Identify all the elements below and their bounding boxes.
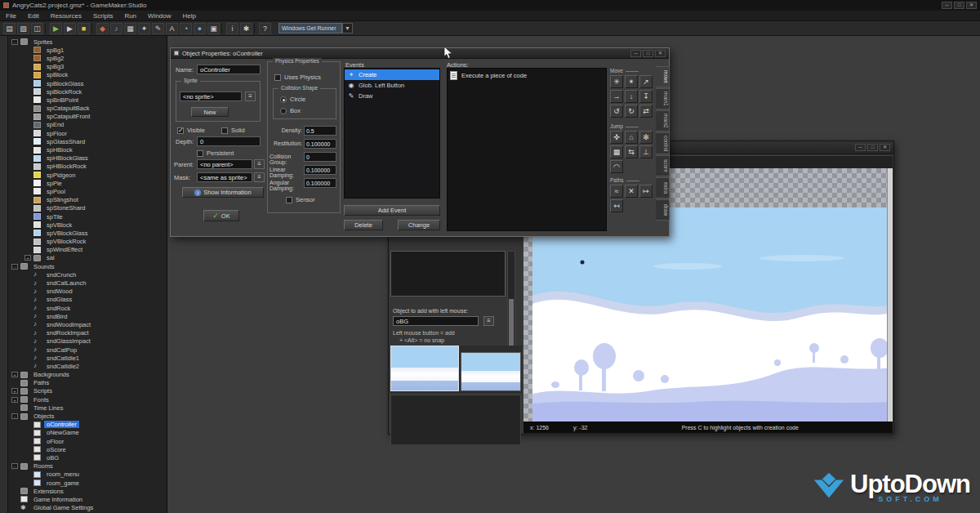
- tree-expander-icon[interactable]: [11, 488, 18, 494]
- tree-expander-icon[interactable]: [24, 214, 31, 220]
- tree-expander-icon[interactable]: [24, 422, 31, 427]
- tree-row[interactable]: sndWood: [8, 288, 167, 296]
- tree-row[interactable]: spHBlockGlass: [8, 154, 167, 163]
- tree-expander-icon[interactable]: [24, 347, 31, 353]
- maximize-icon[interactable]: □: [954, 2, 964, 9]
- tree-row[interactable]: spGlassShard: [8, 137, 167, 145]
- tree-row[interactable]: room_menu: [8, 471, 167, 479]
- sprite-field[interactable]: <no sprite>: [180, 91, 242, 101]
- tree-expander-icon[interactable]: [24, 105, 31, 111]
- circle-radio[interactable]: Circle: [280, 96, 305, 103]
- sensor-checkbox[interactable]: Sensor: [286, 196, 315, 203]
- tree-expander-icon[interactable]: -: [11, 264, 18, 270]
- action-tab[interactable]: move: [656, 66, 670, 87]
- tree-row[interactable]: Game Information: [8, 495, 167, 503]
- tree-expander-icon[interactable]: [24, 181, 31, 186]
- persistent-checkbox[interactable]: Persistent: [197, 149, 234, 157]
- tree-expander-icon[interactable]: [11, 405, 18, 411]
- room-scene[interactable]: [532, 207, 893, 423]
- tree-row[interactable]: Global Game Settings: [8, 504, 167, 512]
- palette-action-button[interactable]: ↗: [639, 75, 653, 88]
- tree-expander-icon[interactable]: [24, 139, 31, 145]
- visible-checkbox[interactable]: Visible: [177, 127, 205, 134]
- tree-row[interactable]: - Sprites: [8, 38, 167, 46]
- background-preview[interactable]: [461, 352, 521, 391]
- tree-row[interactable]: spCatapultBack: [8, 105, 167, 113]
- palette-action-button[interactable]: ⇆: [625, 145, 638, 158]
- tree-expander-icon[interactable]: [24, 131, 31, 136]
- tree-expander-icon[interactable]: [24, 338, 31, 344]
- tree-expander-icon[interactable]: [24, 163, 31, 169]
- event-list-item[interactable]: ◉ Glob. Left Button: [345, 80, 439, 91]
- toolbar-button[interactable]: ✎: [152, 23, 164, 34]
- tree-row[interactable]: + Fonts: [8, 395, 167, 404]
- action-list-item[interactable]: Execute a piece of code: [450, 71, 604, 80]
- tree-row[interactable]: spStoneShard: [8, 204, 167, 212]
- tree-expander-icon[interactable]: [24, 122, 31, 127]
- tree-row[interactable]: sndCatLaunch: [8, 279, 167, 287]
- tree-expander-icon[interactable]: [24, 97, 31, 103]
- tree-row[interactable]: spPidgeon: [8, 171, 167, 179]
- toolbar-button[interactable]: ▣: [207, 23, 220, 34]
- palette-action-button[interactable]: →: [610, 90, 623, 103]
- maximize-icon[interactable]: □: [643, 50, 653, 57]
- palette-action-button[interactable]: ≈: [610, 185, 623, 198]
- tree-row[interactable]: oFloor: [8, 437, 167, 445]
- tree-row[interactable]: - Objects: [8, 412, 167, 420]
- close-icon[interactable]: ✕: [966, 2, 977, 9]
- tree-expander-icon[interactable]: [24, 247, 31, 252]
- toolbar-button[interactable]: ▦: [124, 23, 136, 34]
- toolbar-button[interactable]: ♪: [110, 23, 122, 34]
- tree-row[interactable]: sndGlass: [8, 296, 167, 304]
- object-to-add-field[interactable]: oBG: [393, 316, 479, 326]
- toolbar-button[interactable]: ✱: [240, 23, 252, 34]
- tree-expander-icon[interactable]: [24, 81, 31, 87]
- tree-expander-icon[interactable]: [24, 56, 31, 61]
- tree-expander-icon[interactable]: [11, 505, 18, 511]
- physics-field-value[interactable]: 0.100000: [304, 165, 336, 175]
- tree-row[interactable]: oController: [8, 421, 167, 429]
- background-preview-selected[interactable]: [390, 346, 459, 391]
- tree-row[interactable]: spBlock: [8, 71, 167, 79]
- palette-action-button[interactable]: ✕: [625, 185, 638, 198]
- tree-expander-icon[interactable]: [24, 447, 31, 453]
- action-tab[interactable]: control: [656, 132, 670, 154]
- sprite-picker-menu-icon[interactable]: [245, 91, 256, 101]
- tree-row[interactable]: spBg2: [8, 54, 167, 62]
- tree-row[interactable]: + Scripts: [8, 387, 167, 395]
- physics-field-value[interactable]: 0.100000: [304, 139, 336, 149]
- ok-button[interactable]: ✓ OK: [203, 210, 239, 221]
- tree-expander-icon[interactable]: -: [11, 39, 18, 45]
- parent-field[interactable]: <no parent>: [197, 159, 252, 169]
- tree-row[interactable]: sndCrunch: [8, 270, 167, 279]
- tree-row[interactable]: sndCatPop: [8, 346, 167, 354]
- tree-row[interactable]: spTile: [8, 212, 167, 221]
- toolbar-button[interactable]: A: [166, 23, 178, 34]
- menu-item[interactable]: Edit: [22, 11, 45, 21]
- tree-row[interactable]: spHBlock: [8, 145, 167, 154]
- depth-field[interactable]: 0: [197, 136, 261, 146]
- close-icon[interactable]: ✕: [655, 50, 666, 57]
- toolbar-button[interactable]: i: [226, 23, 238, 34]
- toolbar-button[interactable]: ◫: [31, 23, 43, 34]
- tree-row[interactable]: spWindEffect: [8, 246, 167, 254]
- tree-expander-icon[interactable]: [24, 480, 31, 486]
- tree-expander-icon[interactable]: [24, 355, 31, 361]
- tree-expander-icon[interactable]: [24, 189, 31, 194]
- tree-expander-icon[interactable]: [24, 364, 31, 369]
- tree-expander-icon[interactable]: [24, 72, 31, 78]
- action-tab[interactable]: draw: [656, 199, 670, 221]
- tree-expander-icon[interactable]: [24, 239, 31, 244]
- minimize-icon[interactable]: ─: [942, 2, 952, 9]
- tree-row[interactable]: spBnBPoint: [8, 96, 167, 104]
- box-radio[interactable]: Box: [280, 107, 301, 114]
- change-event-button[interactable]: Change: [398, 220, 440, 230]
- new-sprite-button[interactable]: New: [191, 107, 229, 117]
- tree-row[interactable]: spVBlockRock: [8, 238, 167, 246]
- tree-row[interactable]: oNewGame: [8, 429, 167, 437]
- tree-row[interactable]: spBlockRock: [8, 87, 167, 96]
- tree-row[interactable]: oScore: [8, 445, 167, 453]
- dialog-titlebar[interactable]: Object Properties: oController ─ □ ✕: [171, 48, 669, 59]
- palette-action-button[interactable]: ✜: [610, 131, 623, 144]
- tree-row[interactable]: + Backgrounds: [8, 371, 167, 379]
